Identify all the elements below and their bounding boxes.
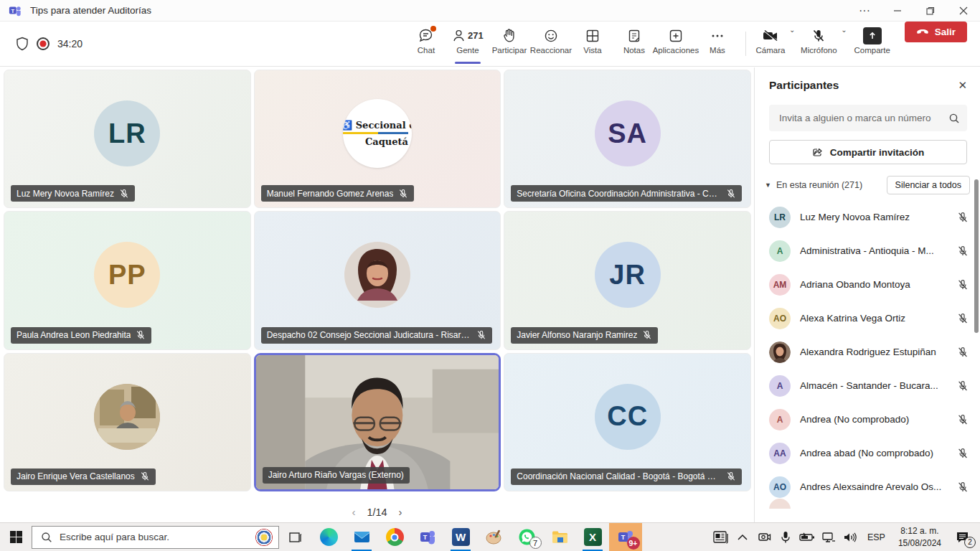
camera-chevron[interactable]: ⌄ [788, 22, 798, 34]
taskbar-search-icon [41, 532, 52, 543]
participant-row[interactable]: LRLuz Mery Novoa Ramírez [755, 200, 980, 234]
cortana-emblem-icon[interactable] [255, 529, 273, 546]
leave-button[interactable]: Salir [905, 22, 967, 42]
video-tile[interactable]: SASecretaría Oficina Coordinación Admini… [504, 70, 751, 208]
taskbar-app-explorer[interactable] [543, 523, 576, 551]
window-more-button[interactable]: ··· [848, 0, 881, 22]
panel-scrollbar[interactable] [974, 179, 979, 333]
participant-row[interactable]: AAlmacén - Santander - Bucara... [755, 369, 980, 402]
tile-participant-name: Jairo Arturo Riaño Vargas (Externo) [268, 470, 404, 480]
video-tile[interactable]: ♿ Seccional deCaquetáManuel Fernando Gom… [254, 70, 501, 208]
tile-participant-name: Luz Mery Novoa Ramírez [17, 189, 114, 199]
react-button[interactable]: Reaccionar [530, 22, 572, 67]
participant-mic-off-button[interactable] [957, 313, 969, 324]
participant-mic-off-button[interactable] [957, 414, 969, 425]
video-tile[interactable]: Jairo Arturo Riaño Vargas (Externo) [254, 353, 501, 491]
tile-name-chip: Manuel Fernando Gomez Arenas [261, 185, 415, 202]
shield-icon [16, 37, 29, 51]
more-button[interactable]: Más [697, 22, 738, 67]
share-invitation-button[interactable]: Compartir invitación [769, 140, 967, 164]
tray-camera-icon[interactable] [754, 523, 774, 551]
mic-off-icon [726, 471, 736, 481]
taskbar-app-excel[interactable]: X [576, 523, 609, 551]
video-stage: LRLuz Mery Novoa Ramírez ♿ Seccional deC… [0, 67, 754, 522]
participant-mic-off-button[interactable] [957, 481, 969, 493]
video-tile[interactable]: Jairo Enrique Vera Castellanos [4, 353, 251, 491]
tray-microphone-icon[interactable] [776, 523, 796, 551]
mic-off-icon [726, 189, 736, 199]
participant-row[interactable]: AMAdriana Obando Montoya [755, 268, 980, 301]
excel-icon: X [584, 528, 602, 546]
video-tile[interactable]: JRJavier Alfonso Naranjo Ramirez [504, 211, 751, 349]
participant-mic-off-button[interactable] [957, 212, 969, 223]
tray-network-icon[interactable] [819, 523, 839, 551]
participant-mic-off-button[interactable] [957, 245, 969, 257]
microphone-chevron[interactable]: ⌄ [839, 22, 849, 34]
panel-close-icon[interactable]: ✕ [958, 79, 967, 92]
video-tile[interactable]: LRLuz Mery Novoa Ramírez [4, 70, 251, 208]
participant-mic-off-button[interactable] [957, 448, 969, 459]
video-tile[interactable]: Despacho 02 Consejo Seccional Judicatura… [254, 211, 501, 349]
action-center-button[interactable]: 2 [948, 523, 977, 551]
page-prev-button[interactable]: ‹ [352, 506, 355, 518]
participant-mic-off-button[interactable] [957, 347, 969, 358]
invite-search-field[interactable] [769, 105, 967, 131]
clock[interactable]: 8:12 a. m. 15/08/2024 [892, 525, 947, 548]
view-button[interactable]: Vista [572, 22, 613, 67]
participant-row[interactable]: AOAlexa Katrina Vega Ortiz [755, 301, 980, 335]
tray-volume-icon[interactable] [840, 523, 860, 551]
participant-row[interactable]: AAdministrativa - Antioquia - M... [755, 234, 980, 268]
task-view-button[interactable] [279, 523, 312, 551]
start-button[interactable] [0, 523, 32, 551]
page-next-button[interactable]: › [399, 506, 402, 518]
taskbar-search-box[interactable]: Escribe aquí para buscar. [32, 526, 279, 549]
share-button[interactable]: Comparte [850, 22, 895, 67]
mic-off-icon [957, 347, 969, 358]
tile-avatar-photo [94, 384, 160, 450]
raise-hand-button[interactable]: Participar [489, 22, 530, 67]
mute-all-button[interactable]: Silenciar a todos [887, 176, 970, 194]
window-close-button[interactable] [947, 0, 980, 22]
in-meeting-section-toggle[interactable]: ▼ En esta reunión (271) [765, 180, 862, 190]
meeting-toolbar: 34:20 Chat 271 Gente Participar [0, 22, 980, 67]
whatsapp-icon: 7 [518, 528, 536, 546]
tile-participant-name: Despacho 02 Consejo Seccional Judicatura… [267, 330, 471, 340]
participant-row[interactable]: AOAndres Alexsaindre Arevalo Os... [755, 470, 980, 504]
participant-name: Luz Mery Novoa Ramírez [800, 212, 948, 222]
apps-button[interactable]: Aplicaciones [655, 22, 697, 67]
window-restore-button[interactable] [914, 0, 947, 22]
video-tile[interactable]: PPPaula Andrea Leon Piedrahita [4, 211, 251, 349]
tray-battery-icon[interactable] [797, 523, 817, 551]
participant-row[interactable]: AAAndrea abad (No comprobado) [755, 436, 980, 470]
taskbar-app-teams-meeting[interactable]: T 9+ [609, 523, 642, 551]
chat-button[interactable]: Chat [405, 22, 447, 67]
windows-taskbar: Escribe aquí para buscar. T W [0, 522, 980, 551]
video-grid: LRLuz Mery Novoa Ramírez ♿ Seccional deC… [4, 70, 751, 491]
camera-button[interactable]: Cámara [753, 22, 788, 67]
language-indicator[interactable]: ESP [862, 532, 891, 542]
taskbar-app-paint[interactable] [477, 523, 510, 551]
taskbar-app-whatsapp[interactable]: 7 [510, 523, 543, 551]
participant-mic-off-button[interactable] [957, 380, 969, 392]
participant-row[interactable]: Alexandra Rodriguez Estupiñan [755, 335, 980, 369]
microphone-button[interactable]: Micrófono [798, 22, 839, 67]
taskbar-app-edge[interactable] [312, 523, 345, 551]
video-tile[interactable]: CCCoordinación Nacional Calidad - Bogotá… [504, 353, 751, 491]
window-minimize-button[interactable] [881, 0, 914, 22]
tray-expand-chevron[interactable] [732, 523, 753, 551]
share-invitation-icon [812, 146, 824, 158]
notes-button[interactable]: Notas [613, 22, 655, 67]
tile-name-chip: Jairo Enrique Vera Castellanos [11, 468, 156, 485]
news-widget-icon[interactable] [711, 523, 731, 551]
participant-row[interactable]: AAndrea (No comprobado) [755, 402, 980, 436]
participant-mic-off-button[interactable] [957, 279, 969, 291]
window-title: Tips para atender Auditorías [30, 5, 151, 16]
mic-off-icon [957, 212, 969, 223]
taskbar-app-chrome[interactable] [378, 523, 411, 551]
taskbar-app-mail[interactable] [345, 523, 378, 551]
people-button[interactable]: 271 Gente [447, 22, 489, 67]
taskbar-app-word[interactable]: W [444, 523, 477, 551]
invite-search-input[interactable] [778, 112, 948, 124]
people-icon [452, 29, 466, 43]
taskbar-app-teams[interactable]: T [411, 523, 444, 551]
